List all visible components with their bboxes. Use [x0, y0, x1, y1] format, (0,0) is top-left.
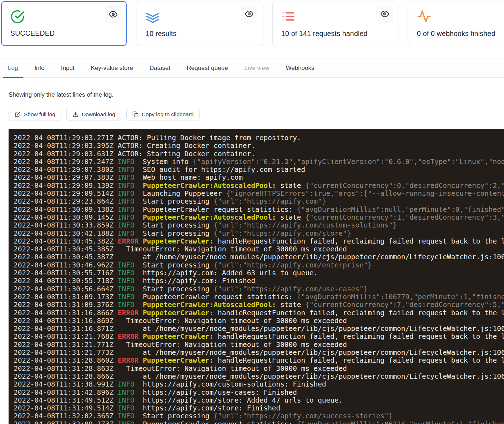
list-icon — [281, 9, 296, 24]
log-line: 2022-04-08T11:31:28.863Z TimeoutError: N… — [14, 365, 504, 373]
log-line: 2022-04-08T11:30:33.859Z INFO Start proc… — [14, 221, 504, 229]
log-line: 2022-04-08T11:31:09.173Z INFO PuppeteerC… — [14, 293, 504, 301]
tab-input[interactable]: Input — [56, 65, 80, 78]
log-line: 2022-04-08T11:29:03.631Z ACTOR: Starting… — [14, 150, 504, 158]
log-line: 2022-04-08T11:29:07.247Z INFO System inf… — [14, 158, 504, 166]
log-line: 2022-04-08T11:30:45.387Z at /home/myuser… — [14, 253, 504, 261]
external-link-icon — [15, 111, 21, 117]
log-line: 2022-04-08T11:32:02.365Z INFO Start proc… — [14, 412, 504, 420]
log-line: 2022-04-08T11:30:55.716Z INFO https://ap… — [14, 269, 504, 277]
check-circle-icon — [10, 10, 25, 24]
log-line: 2022-04-08T11:31:16.869Z TimeoutError: N… — [14, 317, 504, 325]
action-button-label: Copy log to clipboard — [142, 111, 194, 118]
show-full-log-button[interactable]: Show full log — [9, 108, 61, 121]
tab-key-value-store[interactable]: Key-value store — [86, 65, 138, 78]
log-line: 2022-04-08T11:31:21.768Z ERROR Puppeteer… — [14, 333, 504, 341]
log-line: 2022-04-08T11:30:56.664Z INFO Start proc… — [14, 285, 504, 293]
log-notice: Showing only the latest lines of the log… — [9, 91, 504, 98]
status-card-webhooks[interactable]: 0 of 0 webhooks finished — [408, 1, 504, 46]
log-line: 2022-04-08T11:30:45.382Z ERROR Puppeteer… — [14, 237, 504, 245]
copy-log-button[interactable]: Copy log to clipboard — [126, 108, 200, 121]
log-line: 2022-04-08T11:30:09.145Z INFO PuppeteerC… — [14, 214, 504, 221]
eye-icon — [109, 10, 117, 20]
log-line: 2022-04-08T11:31:28.866Z at /home/myuser… — [14, 373, 504, 380]
download-icon — [72, 111, 79, 117]
eye-icon — [380, 10, 389, 19]
log-line: 2022-04-08T11:31:49.512Z INFO https://ap… — [14, 397, 504, 404]
eye-icon — [245, 10, 253, 19]
log-line: 2022-04-08T11:30:42.188Z INFO Start proc… — [14, 230, 504, 237]
log-line: 2022-04-08T11:31:28.860Z ERROR Puppeteer… — [14, 357, 504, 364]
eye-button-results[interactable] — [241, 6, 257, 22]
status-card-label: SUCCEEDED — [10, 29, 55, 37]
status-card-run-status[interactable]: SUCCEEDED — [1, 1, 127, 46]
log-line: 2022-04-08T11:29:09.139Z INFO PuppeteerC… — [14, 182, 504, 190]
download-log-button[interactable]: Download log — [66, 108, 121, 121]
tab-live-view: Live view — [240, 65, 274, 78]
log-line: 2022-04-08T11:31:38.991Z INFO https://ap… — [14, 380, 504, 388]
log-line: 2022-04-08T11:30:55.718Z INFO https://ap… — [14, 277, 504, 285]
eye-button-requests[interactable] — [377, 6, 393, 22]
log-line: 2022-04-08T11:31:21.773Z at /home/myuser… — [14, 349, 504, 357]
log-line: 2022-04-08T11:29:23.864Z INFO Start proc… — [14, 198, 504, 205]
log-line: 2022-04-08T11:31:16.866Z ERROR Puppeteer… — [14, 309, 504, 317]
tab-dataset[interactable]: Dataset — [145, 65, 176, 78]
log-line: 2022-04-08T11:31:09.376Z INFO PuppeteerC… — [14, 301, 504, 309]
log-output[interactable]: 2022-04-08T11:29:03.271Z ACTOR: Pulling … — [9, 129, 504, 424]
log-line: 2022-04-08T11:31:21.771Z TimeoutError: N… — [14, 341, 504, 349]
log-line: 2022-04-08T11:30:46.962Z INFO Start proc… — [14, 261, 504, 269]
action-button-label: Download log — [82, 111, 115, 118]
status-card-label: 10 results — [146, 30, 177, 38]
tab-bar: LogInfoInputKey-value storeDatasetReques… — [0, 58, 504, 78]
action-button-label: Show full log — [24, 111, 55, 118]
log-actions: Show full logDownload logCopy log to cli… — [9, 108, 504, 121]
log-line: 2022-04-08T11:29:03.395Z ACTOR: Creating… — [14, 142, 504, 150]
eye-button-run-status[interactable] — [105, 6, 121, 23]
log-line: 2022-04-08T11:31:49.514Z INFO https://ap… — [14, 404, 504, 412]
layers-icon — [146, 9, 160, 24]
log-line: 2022-04-08T11:29:07.383Z INFO Web host n… — [14, 174, 504, 182]
log-line: 2022-04-08T11:30:45.385Z TimeoutError: N… — [14, 245, 504, 253]
tab-webhooks[interactable]: Webhooks — [281, 65, 319, 78]
status-card-label: 0 of 0 webhooks finished — [417, 30, 495, 38]
status-card-label: 10 of 141 requests handled — [281, 30, 368, 38]
log-line: 2022-04-08T11:32:09.173Z INFO PuppeteerC… — [14, 420, 504, 424]
tab-request-queue[interactable]: Request queue — [182, 65, 233, 78]
tab-log[interactable]: Log — [3, 65, 23, 78]
log-line: 2022-04-08T11:29:09.514Z INFO Launching … — [14, 190, 504, 198]
tab-info[interactable]: Info — [29, 65, 49, 78]
log-line: 2022-04-08T11:29:03.271Z ACTOR: Pulling … — [14, 134, 504, 142]
copy-icon — [132, 111, 138, 117]
log-line: 2022-04-08T11:29:07.380Z INFO SEO audit … — [14, 166, 504, 174]
status-card-requests[interactable]: 10 of 141 requests handled — [272, 1, 398, 46]
status-cards: SUCCEEDED10 results10 of 141 requests ha… — [0, 0, 504, 46]
log-line: 2022-04-08T11:31:16.871Z at /home/myuser… — [14, 325, 504, 333]
log-line: 2022-04-08T11:31:42.896Z INFO https://ap… — [14, 389, 504, 397]
pulse-icon — [417, 9, 431, 24]
status-card-results[interactable]: 10 results — [137, 1, 262, 46]
log-line: 2022-04-08T11:30:09.138Z INFO PuppeteerC… — [14, 206, 504, 214]
